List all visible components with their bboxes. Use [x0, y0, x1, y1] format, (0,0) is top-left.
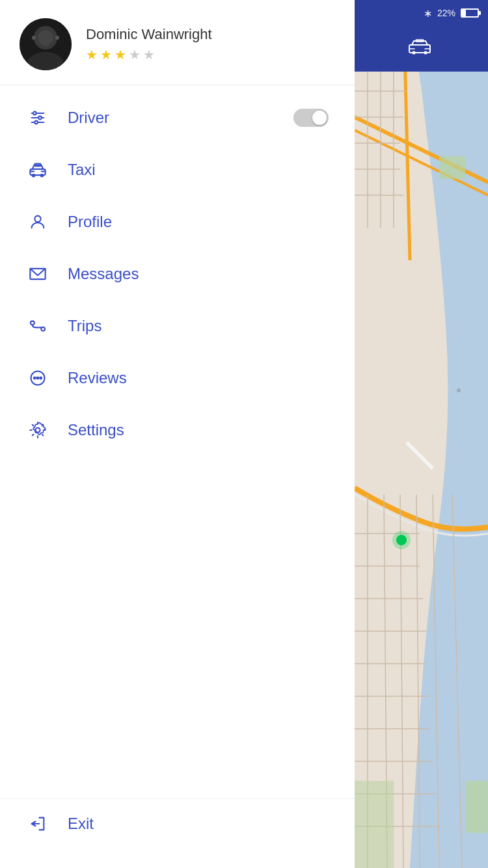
star-2: ★ [100, 47, 112, 62]
nav-menu: Driver [0, 85, 355, 798]
svg-rect-61 [355, 781, 394, 868]
svg-point-24 [40, 377, 42, 379]
profile-icon [26, 210, 49, 234]
settings-label: Settings [68, 421, 124, 439]
status-bar: ∗ 22% [355, 0, 488, 26]
taxi-label: Taxi [68, 161, 96, 179]
messages-icon [26, 262, 49, 286]
svg-point-17 [34, 216, 40, 222]
avatar[interactable] [20, 18, 72, 70]
bluetooth-icon: ∗ [424, 7, 432, 20]
settings-icon [26, 418, 49, 442]
exit-section: Exit [0, 798, 355, 868]
profile-label: Profile [68, 213, 112, 231]
battery-fill [462, 10, 466, 16]
svg-point-9 [38, 116, 42, 120]
main-container: Dominic Wainwright ★ ★ ★ ★ ★ [0, 0, 488, 868]
svg-point-3 [32, 36, 36, 40]
map-background [355, 0, 488, 868]
map-header: ∗ 22% [355, 0, 488, 72]
reviews-icon [26, 366, 49, 390]
nav-item-driver[interactable]: Driver [0, 92, 355, 144]
svg-point-4 [55, 36, 59, 40]
star-rating: ★ ★ ★ ★ ★ [86, 47, 212, 62]
svg-point-10 [34, 121, 38, 124]
taxi-header-icon[interactable] [408, 37, 431, 60]
svg-point-65 [396, 535, 407, 545]
user-section: Dominic Wainwright ★ ★ ★ ★ ★ [0, 0, 355, 85]
nav-item-trips[interactable]: Trips [0, 300, 355, 352]
nav-item-profile[interactable]: Profile [0, 196, 355, 248]
driver-label: Driver [68, 109, 109, 127]
svg-point-13 [33, 174, 35, 177]
svg-point-22 [34, 377, 36, 379]
battery-text: 22% [437, 8, 455, 18]
toggle-knob [312, 111, 327, 125]
map-section: ∗ 22% [355, 0, 488, 868]
user-name: Dominic Wainwright [86, 26, 212, 43]
sidebar: Dominic Wainwright ★ ★ ★ ★ ★ [0, 0, 355, 868]
svg-rect-60 [465, 781, 488, 833]
nav-item-settings[interactable]: Settings [0, 404, 355, 456]
svg-point-29 [413, 51, 416, 55]
battery-icon [461, 8, 479, 18]
exit-icon [26, 812, 49, 835]
nav-item-messages[interactable]: Messages [0, 248, 355, 300]
nav-item-reviews[interactable]: Reviews [0, 352, 355, 404]
taxi-icon [26, 158, 49, 182]
reviews-label: Reviews [68, 369, 127, 387]
exit-label: Exit [68, 815, 94, 833]
svg-rect-59 [439, 156, 465, 179]
driver-toggle[interactable] [293, 109, 329, 127]
driver-icon [26, 106, 49, 129]
trips-label: Trips [68, 317, 102, 335]
star-3: ★ [115, 47, 126, 62]
svg-point-14 [41, 174, 44, 177]
nav-item-taxi[interactable]: Taxi [0, 144, 355, 196]
svg-point-25 [36, 428, 40, 433]
trips-icon [26, 314, 49, 338]
messages-label: Messages [68, 265, 139, 283]
star-5: ★ [143, 47, 155, 62]
star-4: ★ [129, 47, 141, 62]
svg-point-8 [33, 112, 36, 115]
svg-point-66 [457, 388, 461, 392]
star-1: ★ [86, 47, 98, 62]
svg-point-30 [424, 51, 427, 55]
user-info: Dominic Wainwright ★ ★ ★ ★ ★ [86, 26, 212, 62]
svg-point-23 [37, 377, 39, 379]
exit-item[interactable]: Exit [26, 812, 329, 835]
